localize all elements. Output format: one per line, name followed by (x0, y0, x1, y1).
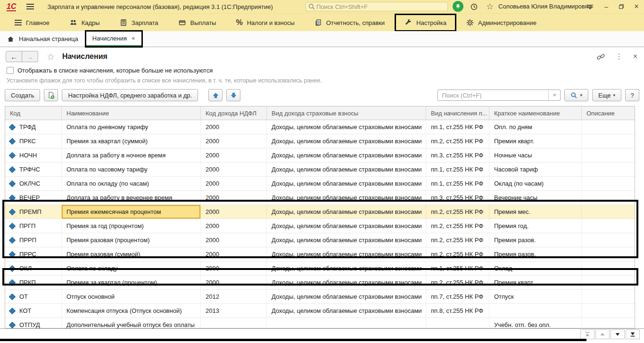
tab-close-icon[interactable]: × (132, 35, 135, 42)
get-link-button[interactable] (596, 53, 605, 61)
menu-item-nastroyka[interactable]: Настройка (395, 14, 456, 32)
row-name-cell[interactable]: Премия за квартал (процентом) (62, 276, 201, 289)
row-code-cell[interactable]: ПРГП (5, 219, 62, 233)
row-ndfl-code-cell[interactable]: 2000 (201, 163, 267, 176)
table-row[interactable]: ОКЛ Оплата по окладу 2000 Доходы, целико… (5, 261, 635, 276)
close-form-icon[interactable]: × (633, 52, 637, 61)
move-down-button[interactable] (226, 89, 240, 101)
table-row[interactable]: КОТ Компенсация отпуска (Отпуск основной… (5, 304, 635, 318)
menu-item-zarplata[interactable]: Зарплата (110, 14, 168, 32)
table-row[interactable]: ВЕЧЕР Доплата за работу в вечернее время… (5, 191, 635, 205)
row-accrual-type-cell[interactable]: пп.2, ст.255 НК РФ (426, 205, 489, 219)
table-row[interactable]: ТРФД Оплата по дневному тарифу 2000 Дохо… (5, 120, 635, 134)
row-short-name-cell[interactable]: Оклад (489, 261, 582, 275)
row-insurance-cell[interactable]: Доходы, целиком облагаемые страховыми вз… (267, 233, 426, 247)
column-header-insurance[interactable]: Вид дохода страховые взносы (267, 106, 426, 120)
row-accrual-type-cell[interactable]: пп.3, ст.255 НК РФ (426, 148, 489, 162)
row-short-name-cell[interactable]: Премия кварт. (489, 276, 582, 289)
row-accrual-type-cell[interactable]: пп.8, ст.255 НК РФ (426, 304, 489, 318)
row-insurance-cell[interactable]: Доходы, целиком облагаемые страховыми вз… (267, 163, 426, 176)
row-name-cell[interactable]: Компенсация отпуска (Отпуск основной) (62, 304, 201, 318)
back-button[interactable]: ← (6, 51, 22, 62)
row-short-name-cell[interactable]: Оклад (по часам) (489, 177, 582, 190)
row-ndfl-code-cell[interactable]: 2000 (201, 148, 267, 162)
row-short-name-cell[interactable]: Премия разов. (489, 233, 582, 247)
row-code-cell[interactable]: ТРФД (5, 120, 62, 134)
row-short-name-cell[interactable]: Часовой тариф (489, 163, 582, 176)
global-search-field[interactable] (315, 3, 447, 11)
row-name-cell[interactable]: Премия разовая (процентом) (62, 233, 201, 247)
menu-item-otchetnost[interactable]: Отчетность, справки (305, 14, 395, 32)
table-row[interactable]: ПРРС Премия разовая (суммой) 2000 Доходы… (5, 247, 635, 261)
menu-item-administrirovanie[interactable]: Администрирование (456, 14, 546, 32)
row-insurance-cell[interactable]: Доходы, целиком облагаемые страховыми вз… (267, 177, 426, 190)
search-options-button[interactable]: ▾ (564, 89, 588, 101)
row-short-name-cell[interactable]: Вечерние часы (489, 191, 582, 204)
row-description-cell[interactable] (582, 177, 635, 190)
table-row[interactable]: НОЧН Доплата за работу в ночное время 20… (5, 148, 635, 163)
row-code-cell[interactable]: НОЧН (5, 148, 62, 162)
more-actions-icon[interactable]: ⋮ (616, 52, 623, 61)
row-short-name-cell[interactable] (489, 304, 582, 318)
go-last-button[interactable] (626, 329, 640, 339)
row-accrual-type-cell[interactable]: пп.2, ст.255 НК РФ (426, 219, 489, 233)
forward-button[interactable]: → (22, 51, 38, 62)
show-unused-checkbox[interactable] (7, 67, 14, 74)
row-description-cell[interactable] (582, 163, 635, 176)
row-insurance-cell[interactable]: Доходы, целиком облагаемые страховыми вз… (267, 304, 426, 318)
column-header-code[interactable]: Код (5, 106, 62, 120)
column-header-description[interactable]: Описание (582, 106, 635, 120)
row-name-cell[interactable]: Премия разовая (суммой) (62, 247, 201, 261)
row-accrual-type-cell[interactable]: пп.1, ст.255 НК РФ (426, 261, 489, 275)
list-search-input[interactable] (438, 90, 548, 100)
move-up-button[interactable] (208, 89, 223, 101)
row-accrual-type-cell[interactable]: пп.3, ст.255 НК РФ (426, 191, 489, 204)
row-accrual-type-cell[interactable]: пп.2, ст.255 НК РФ (426, 233, 489, 247)
table-row[interactable]: ОКЛЧС Оплата по окладу (по часам) 2000 Д… (5, 177, 635, 191)
row-accrual-type-cell[interactable]: пп.2, ст.255 НК РФ (426, 247, 489, 261)
menu-item-kadry[interactable]: Кадры (59, 14, 110, 32)
row-ndfl-code-cell[interactable]: 2013 (201, 304, 267, 318)
row-ndfl-code-cell[interactable]: 2000 (201, 205, 267, 219)
row-insurance-cell[interactable]: Доходы, целиком облагаемые страховыми вз… (267, 205, 426, 219)
table-row[interactable]: ПРРП Премия разовая (процентом) 2000 Дох… (5, 233, 635, 247)
ndfl-settings-button[interactable]: Настройка НДФЛ, среднего заработка и др. (62, 89, 198, 101)
row-code-cell[interactable]: ОТ (5, 290, 62, 303)
create-button[interactable]: Создать (5, 89, 40, 101)
row-name-cell[interactable]: Оплата по окладу (62, 261, 201, 275)
row-ndfl-code-cell[interactable]: 2000 (201, 233, 267, 247)
go-next-button[interactable] (611, 329, 625, 339)
menu-item-vyplaty[interactable]: Выплаты (168, 14, 226, 32)
row-code-cell[interactable]: ПРКС (5, 134, 62, 148)
row-accrual-type-cell[interactable]: пп.1, ст.255 НК РФ (426, 163, 489, 176)
create-by-copy-button[interactable] (44, 89, 58, 101)
row-short-name-cell[interactable]: Премия разов. (489, 247, 582, 261)
row-accrual-type-cell[interactable]: пп.1, ст.255 НК РФ (426, 120, 489, 134)
table-row[interactable]: ОТ Отпуск основной 2012 Доходы, целиком … (5, 290, 635, 304)
row-code-cell[interactable]: ВЕЧЕР (5, 191, 62, 204)
row-name-cell[interactable]: Доплата за работу в ночное время (62, 148, 201, 162)
row-insurance-cell[interactable]: Доходы, целиком облагаемые страховыми вз… (267, 134, 426, 148)
more-button[interactable]: Еще ▾ (592, 89, 621, 101)
row-accrual-type-cell[interactable]: пп.1, ст.255 НК РФ (426, 177, 489, 190)
row-ndfl-code-cell[interactable]: 2000 (201, 276, 267, 289)
row-description-cell[interactable] (582, 120, 635, 134)
go-first-button[interactable] (580, 329, 594, 339)
row-description-cell[interactable] (582, 233, 635, 247)
row-insurance-cell[interactable]: Доходы, целиком облагаемые страховыми вз… (267, 191, 426, 204)
column-header-accrual-type[interactable]: Вид начисления п... (426, 106, 489, 120)
tab-nachisleniya[interactable]: Начисления × (86, 31, 142, 47)
row-ndfl-code-cell[interactable]: 2000 (201, 261, 267, 275)
row-description-cell[interactable] (582, 191, 635, 204)
row-description-cell[interactable] (582, 134, 635, 148)
row-short-name-cell[interactable]: Отпуск (489, 290, 582, 303)
row-code-cell[interactable]: ПРКП (5, 276, 62, 289)
go-previous-button[interactable] (595, 329, 610, 339)
row-ndfl-code-cell[interactable]: 2000 (201, 247, 267, 261)
notifications-button[interactable] (453, 1, 463, 12)
row-short-name-cell[interactable]: Премия мес. (489, 205, 582, 219)
row-insurance-cell[interactable]: Доходы, целиком облагаемые страховыми вз… (267, 219, 426, 233)
row-code-cell[interactable]: ОКЛ (5, 261, 62, 275)
table-row[interactable]: ПРКП Премия за квартал (процентом) 2000 … (5, 276, 635, 290)
tab-home[interactable]: Начальная страница (0, 31, 86, 47)
